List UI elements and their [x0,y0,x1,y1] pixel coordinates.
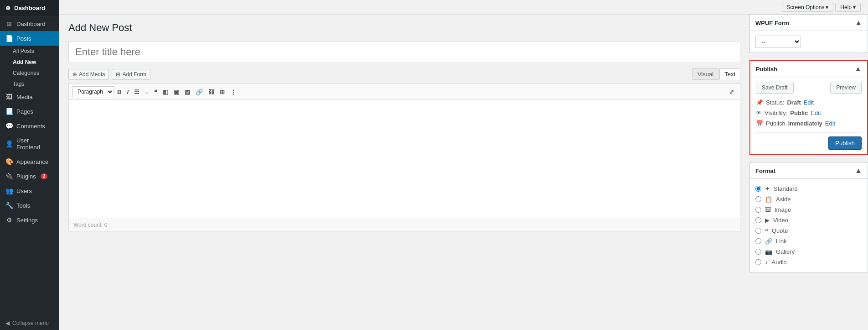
settings-icon: ⚙ [5,216,13,224]
blockquote-button[interactable]: ❝ [152,87,160,97]
sidebar-item-media[interactable]: 🖼 Media [0,89,59,104]
format-metabox: Format ▲ ✦ Standard 📋 Aside 🖼 Image ▶ Vi… [749,162,868,272]
format-option-label-quote: Quote [772,227,788,234]
format-radio-quote[interactable] [755,228,761,234]
add-form-icon: ⊞ [116,71,120,78]
sidebar-item-appearance[interactable]: 🎨 Appearance [0,154,59,169]
wpuf-form-select[interactable]: -- [755,36,801,48]
save-draft-label: Save Draft [762,84,788,91]
format-radio-audio[interactable] [755,259,761,265]
format-radio-gallery[interactable] [755,249,761,255]
publish-button-label: Publish [835,140,855,147]
sidebar-sub-add-new[interactable]: Add New [0,57,59,68]
preview-button[interactable]: Preview [830,82,862,94]
sidebar-item-dashboard[interactable]: ⊞ Dashboard [0,16,59,31]
status-value: Draft [787,99,801,106]
paragraph-select[interactable]: Paragraph Heading 1 Heading 2 Heading 3 [72,86,114,97]
publish-metabox: Publish ▲ Save Draft Preview [749,60,868,155]
categories-label: Categories [13,70,39,76]
fullscreen-button[interactable]: ⤢ [727,87,736,97]
sidebar-item-label: Tools [16,202,30,209]
sidebar-item-label: Settings [16,217,38,224]
sidebar-sub-categories[interactable]: Categories [0,68,59,79]
plugins-icon: 🔌 [5,173,13,180]
tab-visual[interactable]: Visual [692,68,718,80]
plugins-badge: 2 [41,173,48,179]
sidebar-item-pages[interactable]: 📃 Pages [0,104,59,119]
italic-button[interactable]: I [124,87,131,97]
add-media-button[interactable]: ⊕ Add Media [68,69,109,80]
wpuf-form-collapse-button[interactable]: ▲ [855,19,862,27]
collapse-label: Collapse menu [12,320,49,326]
sidebar-item-user-frontend[interactable]: 👤 User Frontend [0,133,59,154]
format-option-label-video: Video [773,217,788,224]
visibility-icon: 👁 [756,110,762,116]
format-option-audio: ♪ Audio [755,257,862,267]
add-form-button[interactable]: ⊞ Add Form [112,69,150,80]
sidebar-item-label: Pages [16,108,33,115]
word-count-label: Word count: [73,222,103,228]
page-title: Add New Post [68,22,740,34]
format-radio-standard[interactable] [755,186,761,192]
align-right-button[interactable]: ▨ [182,87,192,97]
screen-options-chevron-icon: ▾ [826,4,828,10]
status-edit-link[interactable]: Edit [804,99,814,106]
link-button[interactable]: 🔗 [193,87,205,97]
collapse-menu[interactable]: ◀ Collapse menu [0,316,59,330]
format-option-image: 🖼 Image [755,204,862,215]
align-center-button[interactable]: ▣ [171,87,181,97]
more-button[interactable]: ⋮ [228,87,238,97]
sidebar-item-label: Posts [16,35,31,42]
tags-label: Tags [13,81,24,87]
format-option-aside: 📋 Aside [755,194,862,204]
format-title: Format [755,168,775,174]
help-button[interactable]: Help ▾ [835,3,861,12]
format-option-label-gallery: Gallery [776,248,795,255]
editor-toolbar-row: ⊕ Add Media ⊞ Add Form Visual Text [68,68,740,80]
sidebar-item-posts[interactable]: 📄 Posts [0,31,59,46]
align-left-button[interactable]: ◧ [160,87,170,97]
format-option-video: ▶ Video [755,215,862,225]
format-option-label-audio: Audio [772,259,787,266]
publish-metabox-content: Save Draft Preview 📌 Status: Draft Edit [750,77,867,154]
all-posts-label: All Posts [13,48,34,54]
format-divider [241,88,241,96]
sidebar-logo[interactable]: ⊛ Dashboard [0,0,59,16]
save-draft-button[interactable]: Save Draft [756,82,794,94]
format-metabox-content: ✦ Standard 📋 Aside 🖼 Image ▶ Video ❝ Quo… [750,179,868,272]
add-media-icon: ⊕ [72,71,77,78]
format-radio-aside[interactable] [755,196,761,202]
sidebar-item-settings[interactable]: ⚙ Settings [0,213,59,227]
ordered-list-button[interactable]: ≡ [143,87,151,97]
format-option-icon-gallery: 📷 [765,248,772,255]
format-radio-image[interactable] [755,207,761,213]
main-area: Screen Options ▾ Help ▾ Add New Post ⊕ A… [59,0,868,330]
tab-text[interactable]: Text [719,68,740,80]
sidebar-item-comments[interactable]: 💬 Comments [0,119,59,133]
sidebar-item-plugins[interactable]: 🔌 Plugins 2 [0,169,59,183]
format-radio-video[interactable] [755,217,761,223]
format-collapse-button[interactable]: ▲ [855,167,862,175]
sidebar-sub-tags[interactable]: Tags [0,79,59,89]
main-content: Add New Post ⊕ Add Media ⊞ Add Form [59,15,749,330]
wpuf-form-metabox: WPUF Form ▲ -- [749,15,868,53]
sidebar-item-label: Dashboard [16,21,46,27]
unlink-button[interactable]: ⛓ [206,87,217,97]
publish-time-value: immediately [788,120,822,127]
editor-body[interactable] [69,100,740,219]
format-option-gallery: 📷 Gallery [755,246,862,257]
sidebar-item-tools[interactable]: 🔧 Tools [0,198,59,213]
publish-collapse-button[interactable]: ▲ [854,65,862,73]
post-title-input[interactable] [68,41,740,63]
unordered-list-button[interactable]: ☰ [132,87,142,97]
insert-table-button[interactable]: ⊞ [217,87,227,97]
screen-options-button[interactable]: Screen Options ▾ [782,3,834,12]
bold-button[interactable]: B [115,87,124,97]
publish-metabox-header: Publish ▲ [750,61,867,77]
sidebar-sub-all-posts[interactable]: All Posts [0,46,59,57]
sidebar-item-users[interactable]: 👥 Users [0,183,59,198]
format-radio-link[interactable] [755,238,761,244]
publish-time-edit-link[interactable]: Edit [825,120,835,127]
publish-button[interactable]: Publish [828,136,862,150]
visibility-edit-link[interactable]: Edit [811,110,821,116]
